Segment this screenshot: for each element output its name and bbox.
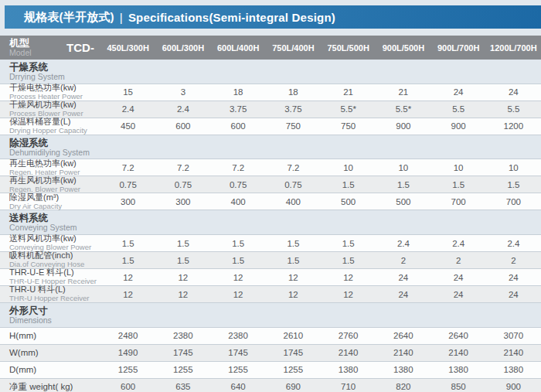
section-rows: 送料风机功率(kw)Conveying Blower Power1.51.51.… bbox=[0, 234, 541, 303]
title-bar: 规格表(半开放式) | Specifications(Semi-integral… bbox=[5, 5, 541, 29]
cell-value: 2380 bbox=[211, 328, 266, 344]
cell-value: 2140 bbox=[431, 345, 486, 361]
table-row: 保温料桶容量(L)Drying Hopper Capacity450600600… bbox=[0, 118, 541, 135]
row-values: 1212121212242424 bbox=[100, 269, 541, 285]
cell-value: 1.5 bbox=[100, 235, 155, 251]
row-label-zh: 除湿风量(m³) bbox=[9, 193, 100, 203]
row-label: H(mm) bbox=[0, 328, 100, 344]
cell-value: 750 bbox=[321, 118, 376, 135]
table-row: 再生风机功率(kw)Regen. Blower Power0.750.750.7… bbox=[0, 176, 541, 193]
model-column-header: 900L/500H bbox=[376, 36, 430, 60]
row-label-en: Drying Hopper Capacity bbox=[9, 127, 100, 135]
cell-value: 1.5 bbox=[321, 235, 376, 251]
cell-value: 1255 bbox=[211, 362, 266, 378]
cell-value: 24 bbox=[431, 269, 486, 285]
model-label-zh: 机型 bbox=[9, 38, 60, 49]
cell-value: 5.5 bbox=[486, 101, 541, 118]
cell-value: 10 bbox=[376, 159, 430, 176]
section-title-zh: 除湿系统 bbox=[9, 138, 541, 148]
row-label: 保温料桶容量(L)Drying Hopper Capacity bbox=[0, 118, 100, 135]
cell-value: 21 bbox=[321, 84, 376, 101]
section: 送料系统Conveying System送料风机功率(kw)Conveying … bbox=[0, 210, 541, 303]
cell-value: 3.75 bbox=[266, 101, 321, 118]
cell-value: 18 bbox=[211, 84, 266, 101]
cell-value: 1.5 bbox=[266, 235, 321, 251]
row-label-zh: 再生风机功率(kw) bbox=[9, 176, 100, 186]
row-label: 再生电热功率(kw)Regen. Heater Power bbox=[0, 159, 100, 176]
model-column-header: 750L/500H bbox=[321, 36, 376, 60]
cell-value: 1380 bbox=[486, 362, 541, 378]
cell-value: 1255 bbox=[155, 362, 210, 378]
table-row: 送料风机功率(kw)Conveying Blower Power1.51.51.… bbox=[0, 235, 541, 252]
cell-value: 1.5 bbox=[321, 176, 376, 193]
cell-value: 12 bbox=[321, 286, 376, 302]
cell-value: 700 bbox=[486, 193, 541, 210]
cell-value: 850 bbox=[431, 379, 486, 392]
cell-value: 1.5 bbox=[155, 235, 210, 251]
table-row: W(mm)14901745174517452140214021402140 bbox=[0, 345, 541, 362]
cell-value: 1.5 bbox=[431, 176, 486, 193]
row-values: 4506006007507509009001200 bbox=[100, 118, 541, 135]
cell-value: 2380 bbox=[155, 328, 210, 344]
cell-value: 12 bbox=[266, 286, 321, 302]
row-label-zh: 净重 weight( kg) bbox=[9, 382, 100, 391]
cell-value: 2.4 bbox=[100, 101, 155, 118]
row-values: 7.27.27.27.210101010 bbox=[100, 159, 541, 176]
cell-value: 5.5* bbox=[376, 101, 430, 118]
row-label-zh: 再生电热功率(kw) bbox=[9, 159, 100, 169]
cell-value: 12 bbox=[211, 269, 266, 285]
cell-value: 0.75 bbox=[155, 176, 210, 193]
row-label-zh: D(mm) bbox=[9, 365, 100, 374]
cell-value: 1745 bbox=[155, 345, 210, 361]
title-en: Specifications(Semi-integral Design) bbox=[128, 11, 335, 24]
title-zh: 规格表(半开放式) bbox=[24, 10, 114, 25]
cell-value: 12 bbox=[321, 269, 376, 285]
cell-value: 600 bbox=[100, 379, 155, 392]
cell-value: 5.5* bbox=[321, 101, 376, 118]
spec-table-body: 干燥系统Drrying System干燥电热功率(kw)Process Heat… bbox=[0, 60, 541, 392]
row-values: 1.51.51.51.51.52.42.42.4 bbox=[100, 235, 541, 251]
cell-value: 2480 bbox=[100, 328, 155, 344]
cell-value: 690 bbox=[266, 379, 321, 392]
cell-value: 300 bbox=[155, 193, 210, 210]
cell-value: 1.5 bbox=[321, 252, 376, 268]
row-values: 1.51.51.51.51.5222 bbox=[100, 252, 541, 268]
table-row: 净重 weight( kg)600635640690710820850900 bbox=[0, 379, 541, 392]
cell-value: 7.2 bbox=[155, 159, 210, 176]
cell-value: 24 bbox=[486, 286, 541, 302]
model-column-header: 900L/700H bbox=[431, 36, 486, 60]
section: 外形尺寸DimensionsH(mm)248023802380261027602… bbox=[0, 303, 541, 392]
section-header: 外形尺寸Dimensions bbox=[0, 303, 541, 327]
section-rows: 再生电热功率(kw)Regen. Heater Power7.27.27.27.… bbox=[0, 159, 541, 210]
cell-value: 12 bbox=[266, 269, 321, 285]
section-header: 除湿系统Dehumidilying System bbox=[0, 135, 541, 159]
cell-value: 12 bbox=[211, 286, 266, 302]
row-label: 送料风机功率(kw)Conveying Blower Power bbox=[0, 235, 100, 251]
cell-value: 18 bbox=[266, 84, 321, 101]
cell-value: 3.75 bbox=[211, 101, 266, 118]
table-row: 吸料机配管(inch)Dia.of Conveying Hose1.51.51.… bbox=[0, 252, 541, 269]
cell-value: 1255 bbox=[266, 362, 321, 378]
cell-value: 2 bbox=[376, 252, 430, 268]
row-label: 再生风机功率(kw)Regen. Blower Power bbox=[0, 176, 100, 193]
model-series-prefix: TCD- bbox=[60, 36, 100, 60]
cell-value: 1.5 bbox=[486, 176, 541, 193]
section: 干燥系统Drrying System干燥电热功率(kw)Process Heat… bbox=[0, 60, 541, 135]
row-values: 1212121212242424 bbox=[100, 286, 541, 302]
row-values: 600635640690710820850900 bbox=[100, 379, 541, 392]
cell-value: 2.4 bbox=[431, 235, 486, 251]
spec-sheet: 规格表(半开放式) | Specifications(Semi-integral… bbox=[0, 5, 541, 392]
cell-value: 400 bbox=[266, 193, 321, 210]
row-label: THR-U-E 料斗(L)THR-U-E Hopper Receiver bbox=[0, 269, 100, 285]
section-title-zh: 送料系统 bbox=[9, 213, 541, 223]
model-column-header: 600L/300H bbox=[155, 36, 210, 60]
cell-value: 7.2 bbox=[266, 159, 321, 176]
table-row: 干燥电热功率(kw)Process Heater Power1531818212… bbox=[0, 84, 541, 101]
table-row: THR-U-E 料斗(L)THR-U-E Hopper Receiver1212… bbox=[0, 269, 541, 286]
cell-value: 1745 bbox=[266, 345, 321, 361]
cell-value: 450 bbox=[100, 118, 155, 135]
table-row: 除湿风量(m³)Dry Air Capacity3003004004005005… bbox=[0, 193, 541, 210]
cell-value: 2.4 bbox=[486, 235, 541, 251]
cell-value: 600 bbox=[155, 118, 210, 135]
cell-value: 1380 bbox=[376, 362, 430, 378]
